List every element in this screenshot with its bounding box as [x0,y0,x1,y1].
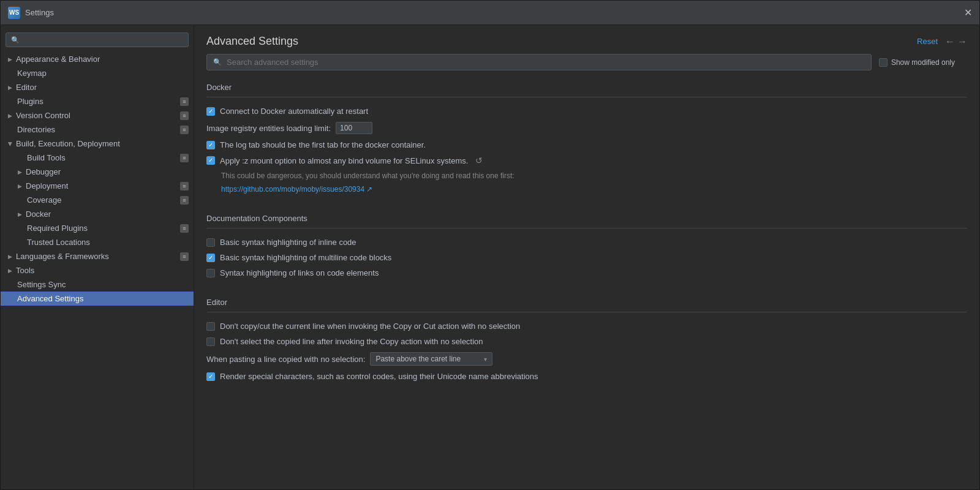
docker-log-tab-checkbox[interactable] [206,141,215,149]
reset-button[interactable]: Reset [917,37,938,46]
editor-no-copy-cut-label: Don't copy/cut the current line when inv… [220,322,520,331]
docker-log-tab-label: The log tab should be the first tab for … [220,140,426,149]
sidebar-item-coverage[interactable]: Coverage ≡ [1,193,194,207]
settings-badge: ≡ [180,97,189,106]
titlebar: WS Settings ✕ [1,1,979,25]
show-modified-checkbox[interactable] [879,58,888,67]
sidebar-item-debugger[interactable]: ▶ Debugger [1,165,194,179]
editor-paste-line-select[interactable]: Paste above the caret line ▾ [370,352,492,366]
advanced-search-input[interactable] [227,58,865,67]
docker-selinux-checkbox[interactable] [206,156,215,165]
selinux-reset-icon[interactable]: ↺ [475,156,483,165]
sidebar-item-languages-frameworks[interactable]: ▶ Languages & Frameworks ≡ [1,249,194,263]
sidebar-item-docker[interactable]: ▶ Docker [1,207,194,221]
app-icon: WS [8,7,20,19]
setting-doc-basic-inline: Basic syntax highlighting of inline code [206,235,967,250]
sidebar-item-label: Editor [16,83,37,92]
chevron-icon: ▶ [18,211,22,217]
chevron-down-icon: ▾ [484,356,487,363]
selinux-main-line: Apply :z mount option to almost any bind… [206,156,483,165]
main-content: 🔍 ▶ Appearance & Behavior Keymap ▶ Edito… [1,25,979,489]
settings-badge: ≡ [180,154,189,162]
sidebar-item-label: Coverage [27,195,61,205]
chevron-icon: ▶ [18,169,22,175]
main-panel: Advanced Settings Reset ← → 🔍 Show [194,25,979,489]
sidebar-item-settings-sync[interactable]: Settings Sync [1,277,194,292]
sidebar-item-label: Settings Sync [17,280,66,289]
sidebar-item-label: Docker [26,209,51,219]
nav-arrows: ← → [945,36,967,47]
editor-no-select-copied-checkbox[interactable] [206,337,215,346]
sidebar-item-label: Required Plugins [27,224,88,233]
sidebar-item-appearance[interactable]: ▶ Appearance & Behavior [1,52,194,66]
sidebar-item-label: Build, Execution, Deployment [16,139,120,148]
sidebar-item-build-tools[interactable]: Build Tools ≡ [1,151,194,165]
setting-doc-basic-multiline: Basic syntax highlighting of multiline c… [206,250,967,265]
sidebar-item-editor[interactable]: ▶ Editor [1,80,194,94]
chevron-icon: ▶ [8,254,12,260]
sidebar-item-label: Plugins [17,97,43,106]
sidebar-item-directories[interactable]: Directories ≡ [1,123,194,137]
docker-selinux-desc: This could be dangerous, you should unde… [221,172,514,180]
chevron-icon: ▶ [8,85,12,91]
page-title: Advanced Settings [206,35,298,48]
settings-badge: ≡ [180,182,189,190]
sidebar-search-input[interactable] [23,36,183,44]
setting-docker-selinux: Apply :z mount option to almost any bind… [206,153,967,197]
docker-section-header: Docker [206,78,967,97]
docker-section: Docker Connect to Docker automatically a… [206,78,967,197]
select-value: Paste above the caret line [375,355,461,363]
show-modified-label: Show modified only [891,58,955,67]
sidebar-item-plugins[interactable]: Plugins ≡ [1,94,194,108]
setting-editor-render-special: Render special characters, such as contr… [206,369,967,384]
sidebar-item-required-plugins[interactable]: Required Plugins ≡ [1,221,194,235]
sidebar-item-label: Trusted Locations [27,238,90,247]
docker-connect-label: Connect to Docker automatically at resta… [220,107,368,116]
sidebar-item-version-control[interactable]: ▶ Version Control ≡ [1,108,194,123]
sidebar-item-label: Directories [17,125,55,134]
window-title: Settings [25,8,963,17]
doc-basic-inline-checkbox[interactable] [206,238,215,247]
editor-paste-line-label: When pasting a line copied with no selec… [206,355,365,364]
show-modified-container: Show modified only [879,58,955,67]
documentation-section-header: Documentation Components [206,209,967,228]
doc-basic-multiline-label: Basic syntax highlighting of multiline c… [220,253,391,262]
sidebar-item-tools[interactable]: ▶ Tools [1,263,194,277]
sidebar-item-advanced-settings[interactable]: Advanced Settings [1,292,194,306]
sidebar-search-box[interactable]: 🔍 [6,32,189,47]
sidebar-item-build-exec-deploy[interactable]: ▶ Build, Execution, Deployment [1,137,194,151]
forward-button[interactable]: → [957,36,967,47]
setting-editor-paste-line: When pasting a line copied with no selec… [206,349,967,369]
editor-section: Editor Don't copy/cut the current line w… [206,293,967,384]
sidebar-item-label: Debugger [26,167,61,176]
chevron-icon: ▶ [18,183,22,189]
documentation-section: Documentation Components Basic syntax hi… [206,209,967,281]
back-button[interactable]: ← [945,36,955,47]
editor-render-special-label: Render special characters, such as contr… [220,372,538,381]
docker-connect-checkbox[interactable] [206,107,215,116]
settings-badge: ≡ [180,224,189,233]
sidebar-item-label: Build Tools [27,153,66,162]
doc-syntax-links-checkbox[interactable] [206,269,215,277]
sidebar-item-keymap[interactable]: Keymap [1,66,194,80]
editor-section-header: Editor [206,293,967,312]
setting-docker-connect: Connect to Docker automatically at resta… [206,104,967,119]
sidebar-item-trusted-locations[interactable]: Trusted Locations [1,235,194,249]
setting-editor-no-select-copied: Don't select the copied line after invok… [206,334,967,349]
doc-basic-inline-label: Basic syntax highlighting of inline code [220,238,356,247]
search-row: 🔍 Show modified only [206,54,967,70]
header-actions: Reset ← → [917,36,967,47]
doc-basic-multiline-checkbox[interactable] [206,254,215,262]
sidebar: 🔍 ▶ Appearance & Behavior Keymap ▶ Edito… [1,25,194,489]
close-button[interactable]: ✕ [963,9,972,17]
sidebar-item-deployment[interactable]: ▶ Deployment ≡ [1,179,194,193]
settings-badge: ≡ [180,196,189,205]
sidebar-item-label: Advanced Settings [17,294,83,303]
editor-render-special-checkbox[interactable] [206,372,215,381]
chevron-icon: ▶ [8,113,12,119]
docker-image-limit-label: Image registry entities loading limit: [206,124,331,133]
sidebar-item-label: Tools [16,266,34,275]
docker-image-limit-input[interactable] [336,122,372,134]
docker-selinux-link[interactable]: https://github.com/moby/moby/issues/3093… [221,185,372,194]
editor-no-copy-cut-checkbox[interactable] [206,322,215,331]
